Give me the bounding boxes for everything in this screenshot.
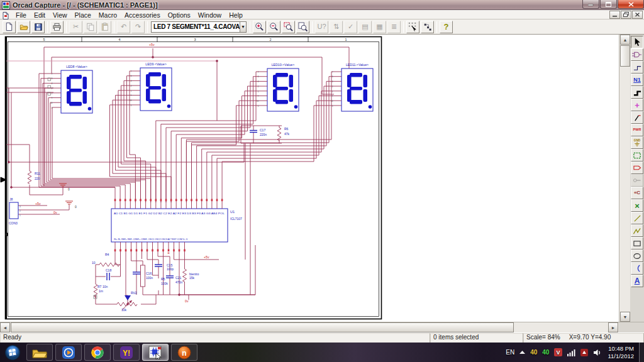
place-hierarchical-block-tool[interactable]	[631, 149, 643, 162]
zoom-in-button[interactable]	[253, 21, 266, 33]
place-pin-tool[interactable]	[631, 174, 643, 187]
temp-green-badge[interactable]: 40	[542, 349, 549, 356]
zoom-out-button[interactable]	[267, 21, 280, 33]
snap-to-grid-button[interactable]	[406, 21, 419, 33]
part-label: J8	[9, 197, 13, 201]
place-junction-tool[interactable]: +	[631, 99, 643, 111]
help-button[interactable]: ?	[440, 21, 453, 33]
taskbar-app-messenger[interactable]: Y!	[113, 344, 140, 361]
copy-button[interactable]	[84, 21, 97, 33]
temp-yellow-badge[interactable]: 40	[530, 349, 537, 356]
undo-button[interactable]: ↶	[117, 21, 130, 33]
place-arc-tool[interactable]	[631, 262, 643, 275]
vertical-scroll-thumb[interactable]	[620, 45, 630, 67]
menu-help[interactable]: Help	[225, 11, 247, 19]
start-button[interactable]	[0, 343, 25, 362]
place-rectangle-tool[interactable]	[631, 237, 643, 250]
print-button[interactable]	[50, 21, 64, 33]
close-button[interactable]	[618, 0, 644, 9]
part-label: R11	[35, 172, 40, 175]
sync-alert-icon[interactable]	[580, 349, 588, 356]
place-wire-tool[interactable]	[631, 61, 643, 74]
horizontal-scroll-thumb[interactable]	[11, 322, 514, 332]
toolbar: ✂↶↷LED 7 SEGMENT*11_4.CAOVA▼U?⇅✓▤▦≣?	[0, 19, 644, 35]
menu-macro[interactable]: Macro	[95, 11, 121, 19]
create-netlist-button[interactable]: ▤	[358, 21, 372, 33]
taskbar-app-windows-explorer[interactable]	[26, 344, 53, 361]
menu-place[interactable]: Place	[71, 11, 95, 19]
maximize-button[interactable]	[600, 0, 617, 9]
place-port-tool[interactable]	[631, 162, 643, 174]
zoom-all-button[interactable]	[296, 21, 309, 33]
back-annotate-button[interactable]: ⇅	[330, 21, 343, 33]
cross-reference-button[interactable]: ▦	[373, 21, 386, 33]
part-label: R7	[97, 285, 102, 288]
status-ready: Ready	[0, 333, 430, 343]
menu-window[interactable]: Window	[194, 11, 225, 19]
pin-number: 6	[131, 75, 132, 77]
place-off-page-connector-tool[interactable]: «C	[631, 187, 643, 199]
save-document-button[interactable]	[31, 21, 45, 33]
select-tool[interactable]	[631, 36, 643, 48]
horizontal-scrollbar[interactable]: ◄ ►	[0, 322, 644, 332]
menu-options[interactable]: Options	[164, 11, 194, 19]
pin-number: 2	[332, 85, 333, 88]
place-polyline-tool[interactable]	[631, 224, 643, 237]
minimize-button[interactable]	[582, 0, 599, 9]
place-part-tool[interactable]	[631, 48, 643, 61]
menu-edit[interactable]: Edit	[30, 11, 49, 19]
place-text-tool[interactable]: A	[631, 275, 643, 287]
part-search-combo[interactable]: LED 7 SEGMENT*11_4.CAOVA▼	[151, 21, 247, 33]
redo-button[interactable]: ↷	[131, 21, 145, 33]
open-document-button[interactable]	[17, 21, 30, 33]
scroll-up-button[interactable]: ▲	[620, 35, 630, 45]
pin-number: 1	[131, 90, 132, 92]
menu-view[interactable]: View	[49, 11, 71, 19]
new-document-button[interactable]	[3, 21, 16, 33]
place-no-connect-tool[interactable]: ×	[631, 199, 643, 212]
net-label: +5v	[204, 255, 209, 259]
hierarchy-button[interactable]	[421, 21, 434, 33]
volume-icon[interactable]	[593, 349, 601, 356]
annotate-button[interactable]: U?	[315, 21, 328, 33]
place-bus-tool[interactable]	[631, 86, 643, 99]
design-rules-check-button[interactable]: ✓	[344, 21, 357, 33]
toolbar-separator	[114, 21, 114, 33]
taskbar-app-chrome[interactable]	[84, 344, 111, 361]
show-desktop-button[interactable]	[639, 343, 644, 362]
chevron-down-icon[interactable]: ▼	[240, 22, 246, 32]
hidden-icons-button[interactable]	[519, 351, 525, 354]
bill-of-materials-button[interactable]: ≣	[387, 21, 401, 33]
pin-number: 10	[331, 100, 333, 102]
schematic-canvas[interactable]: 54321LED8 <Value>764219105LED9 <Value>76…	[0, 35, 619, 322]
network-signal-icon[interactable]	[567, 349, 575, 356]
menu-accessories[interactable]: Accessories	[121, 11, 164, 19]
vertical-scrollbar[interactable]: ▲ ▼	[619, 35, 630, 322]
net-label: +5v	[35, 202, 41, 206]
place-net-alias-tool[interactable]: N1	[631, 74, 643, 86]
clock[interactable]: 10:48 PM 11/1/2012	[608, 345, 634, 360]
scroll-right-button[interactable]: ►	[608, 322, 618, 332]
zoom-area-button[interactable]	[282, 21, 295, 33]
taskbar-app-nitro-pdf[interactable]: n	[171, 344, 197, 361]
mdi-minimize-button[interactable]	[609, 11, 620, 19]
place-line-tool[interactable]	[631, 212, 643, 224]
pin-number: 4	[52, 82, 53, 85]
taskbar-app-orcad-capture[interactable]	[142, 344, 169, 361]
pin-number: 7	[258, 71, 259, 74]
window-title: Orcad Capture - [/ - (SCHEMATIC1 : PAGE1…	[13, 1, 158, 9]
paste-button[interactable]	[98, 21, 111, 33]
place-bus-entry-tool[interactable]	[631, 111, 643, 124]
scroll-left-button[interactable]: ◄	[0, 322, 10, 332]
place-ellipse-tool[interactable]	[631, 250, 643, 262]
language-indicator[interactable]: EN	[506, 349, 514, 356]
menu-file[interactable]: File	[12, 11, 30, 19]
place-ground-tool[interactable]: GND	[631, 136, 643, 149]
mdi-close-button[interactable]	[632, 11, 643, 19]
place-power-tool[interactable]: PWR	[631, 124, 643, 136]
antivirus-icon[interactable]: V	[554, 348, 562, 356]
cut-button[interactable]: ✂	[69, 21, 82, 33]
taskbar-app-media-player[interactable]	[55, 344, 82, 361]
scroll-down-button[interactable]: ▼	[620, 312, 630, 322]
mdi-restore-button[interactable]	[621, 11, 631, 19]
